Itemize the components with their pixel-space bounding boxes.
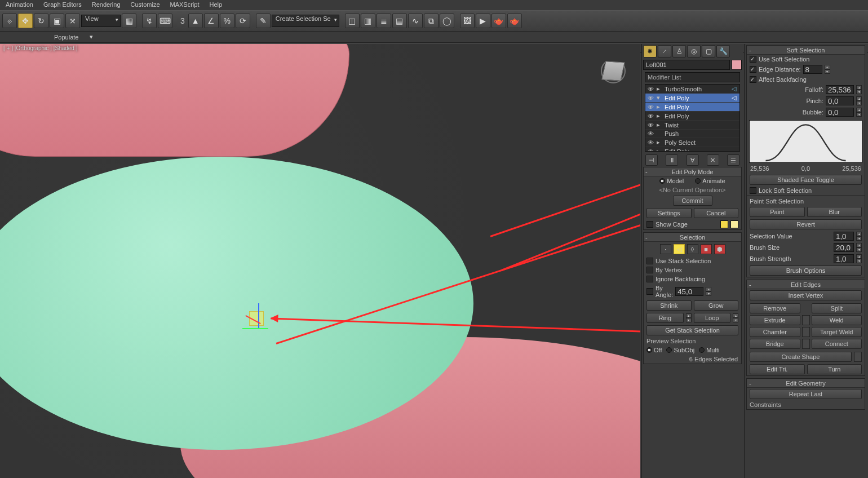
extrude-button[interactable]: Extrude [750,315,800,325]
stack-item[interactable]: Edit Poly [665,148,689,152]
weld-button[interactable]: Weld [812,315,862,325]
create-shape-button[interactable]: Create Shape [750,352,852,362]
tab-create-icon[interactable]: ✸ [643,45,657,57]
stack-item[interactable]: Push [665,130,679,137]
tab-hierarchy-icon[interactable]: ♙ [672,45,686,57]
object-name-input[interactable]: Loft001 [643,60,730,70]
show-cage-check[interactable] [646,221,653,228]
blur-button[interactable]: Blur [807,207,862,217]
bridge-settings-icon[interactable] [802,339,810,349]
configure-icon[interactable]: ☰ [727,154,739,166]
layers-icon[interactable]: ≣ [377,14,391,28]
cage-color2[interactable] [730,220,738,228]
show-end-icon[interactable]: Ⅱ [666,154,678,166]
render-setup-icon[interactable]: 🖼 [460,14,475,28]
snap-angle-icon[interactable]: ∠ [204,14,219,28]
settings-button[interactable]: Settings [646,208,692,218]
placement-icon[interactable]: ⤧ [65,14,80,28]
use-soft-check[interactable] [750,56,756,63]
paint-button[interactable]: Paint [750,207,805,217]
poly-subobj-icon[interactable]: ■ [701,244,712,254]
render-icon[interactable]: 🫖 [491,14,506,28]
stack-item[interactable]: Twist [665,122,679,129]
ribbon-populate[interactable]: Populate [54,34,78,41]
ring-button[interactable]: Ring [646,313,684,323]
eye-icon[interactable]: 👁 [646,86,654,92]
link-icon[interactable]: ⟐ [2,14,17,28]
chamfer-button[interactable]: Chamfer [750,327,800,337]
edit-sel-icon[interactable]: ✎ [256,14,271,28]
selection-set-dropdown[interactable]: Create Selection Se [272,15,339,27]
tab-utilities-icon[interactable]: 🔧 [716,45,730,57]
lock-soft-check[interactable] [750,187,756,194]
menu-graph[interactable]: Graph Editors [43,1,82,9]
stack-item[interactable]: Edit Poly [665,95,689,101]
menu-animation[interactable]: Animation [6,1,33,9]
rotate-icon[interactable]: ↻ [34,14,48,28]
tab-modify-icon[interactable]: ⟋ [658,45,671,57]
transform-gizmo[interactable] [242,303,276,337]
angle-spinner[interactable] [675,287,703,296]
model-radio[interactable] [659,178,665,184]
brush-options-button[interactable]: Brush Options [750,265,862,276]
render2-icon[interactable]: 🫖 [507,14,522,28]
insert-vertex-button[interactable]: Insert Vertex [750,290,862,300]
menu-help[interactable]: Help [210,1,223,9]
sel-val-spinner[interactable] [834,232,854,241]
schematic-icon[interactable]: ⧉ [424,14,439,28]
get-stack-button[interactable]: Get Stack Selection [646,325,738,335]
use-stack-check[interactable] [646,258,653,264]
stack-item[interactable]: Poly Select [665,139,696,146]
split-button[interactable]: Split [812,303,862,313]
menu-customize[interactable]: Customize [131,1,160,9]
eye-icon[interactable]: 👁 [646,148,654,152]
by-vertex-check[interactable] [646,267,653,273]
turn-button[interactable]: Turn [807,364,862,374]
rollout-title[interactable]: Edit Poly Mode [672,169,714,175]
edge-dist-check[interactable] [750,66,756,73]
menu-rendering[interactable]: Rendering [92,1,121,9]
bridge-button[interactable]: Bridge [750,339,800,349]
rollout-title[interactable]: Edit Edges [791,281,821,288]
mat-editor-icon[interactable]: ◯ [440,14,454,28]
rollout-title[interactable]: Soft Selection [787,47,825,54]
chamfer-settings-icon[interactable] [802,327,810,337]
move-icon[interactable]: ✥ [18,14,33,28]
modifier-stack[interactable]: 👁▸TurboSmooth◁ 👁▾Edit Poly◁ 👁▸Edit Poly … [645,84,740,152]
commit-button[interactable]: Commit [673,196,712,206]
align-icon[interactable]: ▥ [361,14,375,28]
pin-stack-icon[interactable]: ⊣ [645,154,658,166]
make-unique-icon[interactable]: ∀ [687,154,699,166]
scene-explorer-icon[interactable]: ▤ [392,14,407,28]
repeat-last-button[interactable]: Repeat Last [750,389,862,399]
edit-tri-button[interactable]: Edit Tri. [750,364,805,374]
pivot-icon[interactable]: ▦ [122,14,136,28]
render-frame-icon[interactable]: ▶ [476,14,490,28]
cage-color1[interactable] [720,220,728,228]
brush-size-spinner[interactable] [834,243,854,252]
border-subobj-icon[interactable]: ◊ [687,244,698,254]
ring-spin[interactable]: ▴▾ [686,313,692,322]
rollout-title[interactable]: Edit Geometry [786,380,825,387]
eye-icon[interactable]: 👁 [646,104,654,110]
stack-item[interactable]: Edit Poly [665,104,689,110]
edge-subobj-icon[interactable]: ◁ [674,244,685,254]
eye-icon[interactable]: 👁 [646,139,654,146]
eye-icon[interactable]: 👁 [646,113,654,119]
modifier-list-dropdown[interactable]: Modifier List [645,72,740,82]
preview-subobj-radio[interactable] [666,347,672,353]
angle-spin-buttons[interactable]: ▴▾ [706,287,711,296]
connect-button[interactable]: Connect [812,339,862,349]
stack-item[interactable]: Edit Poly [665,113,689,119]
viewport-label[interactable]: [ + ] [Orthographic ] [Shaded ] [3,45,77,51]
remove-button[interactable]: Remove [750,303,800,313]
animate-radio[interactable] [695,178,701,184]
rollout-title[interactable]: Selection [680,234,705,241]
remove-mod-icon[interactable]: ✕ [707,154,719,166]
element-subobj-icon[interactable]: ⬢ [714,244,725,254]
bubble-spin[interactable]: ▴▾ [856,108,862,117]
cancel-button[interactable]: Cancel [694,208,739,218]
eye-icon[interactable]: 👁 [646,95,654,101]
object-color-swatch[interactable] [732,60,742,70]
pinch-spinner[interactable] [826,96,854,105]
